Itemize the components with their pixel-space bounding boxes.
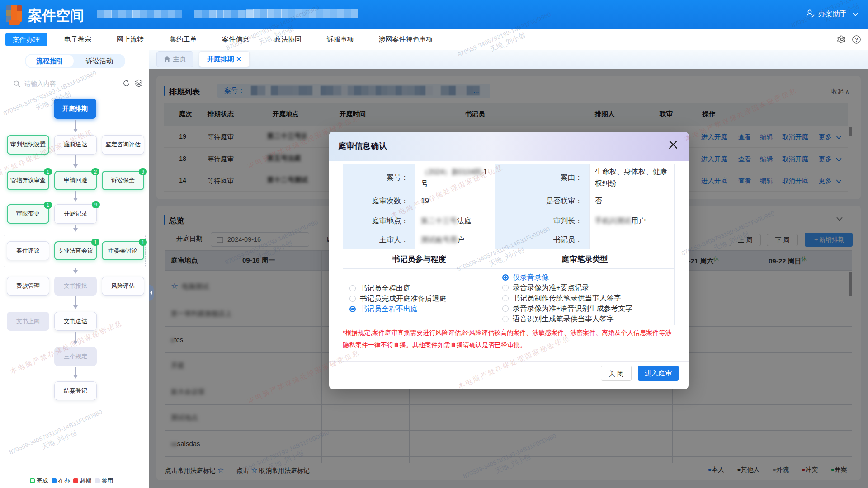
svg-text:?: ? [855, 37, 858, 43]
